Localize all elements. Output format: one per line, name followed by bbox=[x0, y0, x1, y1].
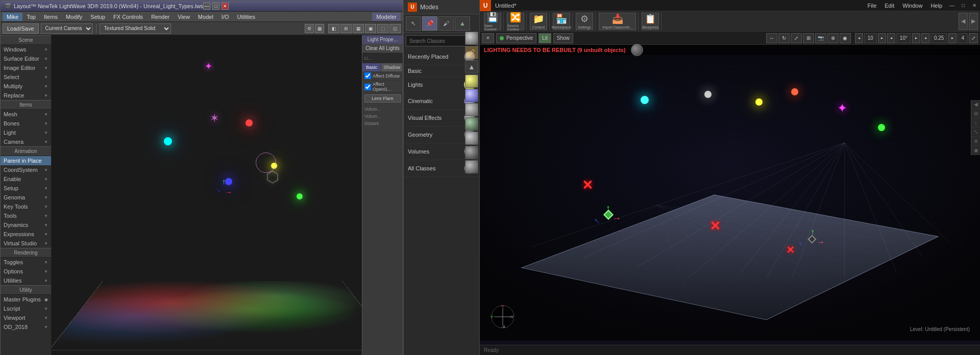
ue-minimize-btn[interactable]: — bbox=[946, 0, 958, 11]
sidebar-item-expressions[interactable]: Expressions▼ bbox=[1, 230, 51, 239]
modes-strip-icon-3[interactable]: ▲ bbox=[465, 60, 478, 73]
ue-strip-btn-2[interactable]: ⊞ bbox=[971, 109, 980, 118]
light-props-tab-shadow[interactable]: Shadow bbox=[381, 63, 403, 71]
clear-all-lights-btn[interactable]: Clear All Lights bbox=[362, 44, 403, 53]
sidebar-item-setup[interactable]: Setup▼ bbox=[1, 184, 51, 193]
ue-maximize-vp-btn[interactable]: ⤢ bbox=[969, 33, 978, 43]
ue-strip-btn-5[interactable]: ⊕ bbox=[971, 137, 980, 146]
lw-vp-btn-1[interactable]: ◧ bbox=[328, 24, 339, 33]
modes-strip-icon-4[interactable] bbox=[465, 74, 478, 88]
affect-diffuse-checkbox[interactable] bbox=[364, 72, 371, 79]
ue-vp-dropdown-btn[interactable]: ▼ bbox=[482, 33, 494, 43]
lw-camera-select[interactable]: Current Camera bbox=[41, 23, 93, 34]
lw-vp-btn-2[interactable]: ⊞ bbox=[340, 24, 352, 33]
lw-settings-icon[interactable]: ⚙ bbox=[305, 24, 314, 33]
lw-menu-model[interactable]: Model bbox=[194, 13, 217, 21]
ue-menu-window[interactable]: Window bbox=[898, 2, 926, 10]
ue-angle-up-btn[interactable]: ▸ bbox=[912, 33, 920, 43]
lw-menu-fx[interactable]: FX Controls bbox=[109, 13, 147, 21]
sidebar-item-mesh[interactable]: Mesh▼ bbox=[1, 110, 51, 119]
ue-source-control-btn[interactable]: 🔀 Source Control bbox=[507, 13, 524, 30]
ue-menu-help[interactable]: Help bbox=[926, 2, 946, 10]
ue-nav-left-btn[interactable]: ◀ bbox=[959, 13, 968, 30]
sidebar-item-surface-editor[interactable]: Surface Editor▼ bbox=[1, 54, 51, 63]
ue-show-btn[interactable]: Show bbox=[553, 33, 573, 43]
ue-maximize-btn[interactable]: □ bbox=[958, 0, 969, 11]
lw-view-mode-select[interactable]: Textured Shaded Solid bbox=[100, 23, 171, 34]
ue-rotate-btn[interactable]: ↻ bbox=[778, 33, 790, 43]
modes-strip-icon-2[interactable]: 🖊 bbox=[465, 46, 478, 59]
sidebar-item-image-editor[interactable]: Image Editor▼ bbox=[1, 63, 51, 72]
lw-viewport[interactable]: ✦ ✶ ⬡ → → → bbox=[52, 35, 403, 355]
sidebar-item-viewport[interactable]: Viewport▼ bbox=[1, 313, 51, 322]
lw-vp-btn-5[interactable]: ⬚ bbox=[377, 24, 388, 33]
modes-strip-icon-8[interactable] bbox=[465, 132, 478, 145]
sidebar-item-master-plugins[interactable]: Master Plugins◉ bbox=[1, 295, 51, 304]
lw-menu-view[interactable]: View bbox=[174, 13, 194, 21]
ue-scale-down-btn[interactable]: ◂ bbox=[921, 33, 929, 43]
lw-vp-btn-4[interactable]: ▣ bbox=[365, 24, 376, 33]
ue-blueprints-btn[interactable]: 📋 Blueprints bbox=[642, 13, 659, 30]
sidebar-item-light[interactable]: Light▼ bbox=[1, 128, 51, 137]
sidebar-item-coordsystem[interactable]: CoordSystem▼ bbox=[1, 165, 51, 174]
modes-strip-icon-9[interactable] bbox=[465, 146, 478, 159]
ue-menu-edit[interactable]: Edit bbox=[880, 2, 898, 10]
ue-mode-btn[interactable]: ⊞ bbox=[803, 33, 814, 43]
ue-scale-btn[interactable]: ⤢ bbox=[791, 33, 802, 43]
ue-strip-btn-3[interactable]: ↕ bbox=[971, 118, 980, 128]
sidebar-item-options[interactable]: Options▼ bbox=[1, 267, 51, 276]
ue-extra-btn2[interactable]: ◉ bbox=[840, 33, 851, 43]
lw-load-save-btn[interactable]: Load/Save bbox=[3, 23, 39, 34]
sidebar-item-multiply[interactable]: Multiply▼ bbox=[1, 82, 51, 91]
sidebar-item-toggles[interactable]: Toggles▼ bbox=[1, 258, 51, 267]
ue-angle-down-btn[interactable]: ◂ bbox=[887, 33, 895, 43]
sidebar-item-utilities[interactable]: Utilities▼ bbox=[1, 276, 51, 285]
lw-close-btn[interactable]: ✕ bbox=[222, 3, 229, 10]
ue-import-btn[interactable]: 📥 Import Datasmith... bbox=[599, 13, 636, 30]
ue-menu-file[interactable]: File bbox=[864, 2, 881, 10]
sidebar-item-camera[interactable]: Camera▼ bbox=[1, 137, 51, 146]
modes-strip-icon-1[interactable] bbox=[465, 32, 478, 45]
ue-strip-btn-6[interactable]: ◉ bbox=[971, 146, 980, 155]
ue-marketplace-btn[interactable]: 🏪 Marketplace bbox=[553, 13, 570, 30]
lw-minimize-btn[interactable]: — bbox=[203, 3, 210, 10]
sidebar-item-tools[interactable]: Tools▼ bbox=[1, 211, 51, 220]
modes-strip-icon-10[interactable] bbox=[465, 160, 478, 173]
ue-scale-up-btn[interactable]: ▸ bbox=[948, 33, 957, 43]
ue-strip-btn-1[interactable]: ◀ bbox=[971, 100, 980, 109]
lw-menu-setup[interactable]: Setup bbox=[86, 13, 109, 21]
lw-maximize-btn[interactable]: □ bbox=[212, 3, 219, 10]
lw-menu-items[interactable]: Items bbox=[40, 13, 62, 21]
lw-menu-top[interactable]: Top bbox=[22, 13, 40, 21]
ue-grid-down-btn[interactable]: ◂ bbox=[855, 33, 863, 43]
ue-close-btn[interactable]: ✕ bbox=[969, 0, 980, 11]
lw-menu-utilities[interactable]: Utilities bbox=[233, 13, 259, 21]
ue-strip-btn-4[interactable]: ⤡ bbox=[971, 128, 980, 137]
sidebar-item-windows[interactable]: Windows▼ bbox=[1, 45, 51, 54]
lw-vp-btn-3[interactable]: ▦ bbox=[353, 24, 364, 33]
sidebar-item-dynamics[interactable]: Dynamics▼ bbox=[1, 220, 51, 230]
sidebar-item-key-tools[interactable]: Key Tools▼ bbox=[1, 202, 51, 211]
ue-save-current-btn[interactable]: 💾 Save Current bbox=[484, 13, 501, 30]
lw-menu-modify[interactable]: Modify bbox=[62, 13, 86, 21]
ue-lit-btn[interactable]: Lit bbox=[538, 33, 551, 43]
sidebar-item-virtual-studio[interactable]: Virtual Studio▼ bbox=[1, 239, 51, 248]
affect-openg-checkbox[interactable] bbox=[364, 84, 371, 90]
ue-settings-btn[interactable]: ⚙ Settings bbox=[576, 13, 593, 30]
lw-menu-modeler[interactable]: Modeler bbox=[372, 13, 401, 21]
light-props-tab-basic[interactable]: Basic bbox=[362, 63, 381, 71]
lw-layout-icon[interactable]: ▦ bbox=[315, 24, 324, 33]
modes-toolbar-paint-btn[interactable]: 🖌 bbox=[438, 16, 454, 31]
sidebar-item-od-2018[interactable]: OD_2018▼ bbox=[1, 322, 51, 332]
lw-menu-mike[interactable]: Mike bbox=[3, 13, 22, 21]
modes-strip-icon-5[interactable] bbox=[465, 89, 478, 102]
modes-strip-icon-7[interactable] bbox=[465, 117, 478, 131]
ue-3d-viewport[interactable]: ✕ ✕ ✕ → ↑ ↑ ✦ bbox=[480, 45, 980, 345]
sidebar-item-select[interactable]: Select▼ bbox=[1, 72, 51, 82]
lw-menu-render[interactable]: Render bbox=[147, 13, 174, 21]
lw-menu-io[interactable]: I/O bbox=[217, 13, 233, 21]
ue-nav-right-btn[interactable]: ▶ bbox=[969, 13, 978, 30]
ue-content-btn[interactable]: 📁 Content bbox=[530, 13, 547, 30]
ue-camera-btn[interactable]: 📷 bbox=[815, 33, 826, 43]
ue-perspective-btn[interactable]: Perspective bbox=[496, 33, 536, 43]
